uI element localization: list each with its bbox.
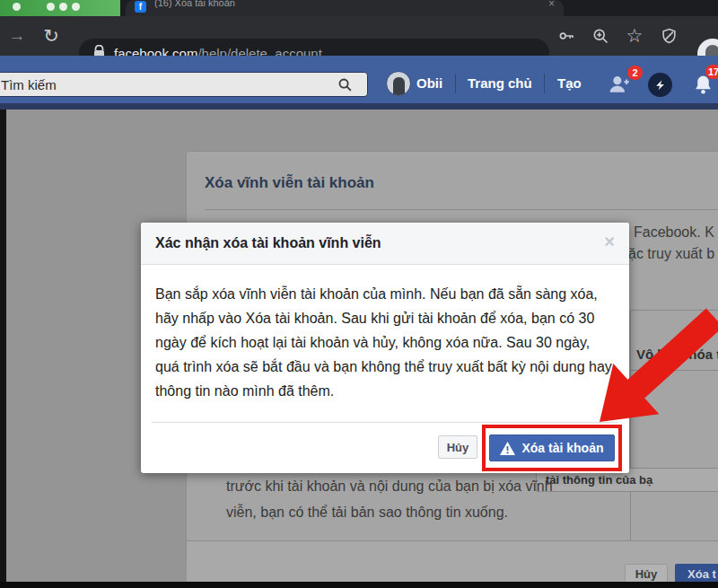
page-title: Xóa vĩnh viễn tài khoản [205,174,374,192]
reload-button[interactable]: ↻ [36,16,66,56]
shield-extension-icon[interactable] [652,16,685,56]
delete-button-label: Xóa tài khoản [521,441,603,455]
modal-footer-divider [152,422,618,423]
table-border [630,310,631,564]
delete-account-button[interactable]: Xóa tài khoản [489,434,615,461]
tab-title: (16) Xóa tài khoản [154,0,424,8]
download-info-paragraph: trước khi tài khoản và nội dung của bạn … [226,473,582,525]
facebook-header: Obii Trang chủ Tạo 2 17 [0,56,718,103]
bottom-edge-bar [0,582,718,588]
browser-tab[interactable]: f (16) Xóa tài khoản × [126,0,564,16]
messenger-icon[interactable] [646,72,673,97]
green-dot-icon [47,3,55,11]
screenshot-root: f (16) Xóa tài khoản × → ↻ facebook.com/… [0,0,718,588]
left-edge-bar [0,110,6,588]
header-dim-strip [0,103,718,110]
forward-button[interactable]: → [2,16,32,56]
warning-triangle-icon [500,442,515,455]
green-dot-icon [72,3,80,11]
browser-tab-strip: f (16) Xóa tài khoản × [0,0,718,16]
clipped-paragraph-line: Facebook. K [634,224,714,241]
confirm-delete-modal: Xác nhận xóa tài khoản vĩnh viễn × Bạn s… [141,223,629,473]
browser-toolbar: → ↻ facebook.com/help/delete_account ☆ [0,16,718,56]
modal-body-text: Bạn sắp xóa vĩnh viễn tài khoản của mình… [155,282,615,403]
card-divider [205,209,718,210]
friend-requests-badge: 2 [627,66,643,80]
facebook-favicon-icon: f [135,1,146,13]
modal-header: Xác nhận xóa tài khoản vĩnh viễn × [141,223,629,265]
close-icon[interactable]: × [604,232,615,252]
external-window-fragment [0,0,120,16]
header-divider [455,74,456,93]
nav-create-link[interactable]: Tạo [557,75,582,91]
nav-home-link[interactable]: Trang chủ [468,75,532,91]
table-border [630,370,718,371]
header-divider [544,74,545,93]
password-key-icon[interactable] [550,16,582,56]
tab-close-icon[interactable]: × [548,0,555,10]
green-dot-icon [13,3,21,11]
table-header-deactivate: Vô hiệu hóa t [636,347,718,362]
notifications-badge: 17 [705,65,718,79]
search-input[interactable] [0,72,368,97]
clipped-paragraph-line: ặc truy xuất b [628,246,714,262]
modal-title: Xác nhận xóa tài khoản vĩnh viễn [155,235,381,251]
table-border [630,310,718,311]
profile-avatar[interactable] [386,71,411,96]
card-footer-divider [187,540,718,541]
profile-name-link[interactable]: Obii [416,75,442,91]
zoom-icon[interactable] [584,16,617,56]
bookmark-star-icon[interactable]: ☆ [618,16,651,56]
green-dot-icon [59,3,67,11]
search-icon[interactable] [337,77,353,96]
cancel-button[interactable]: Hủy [438,435,477,459]
